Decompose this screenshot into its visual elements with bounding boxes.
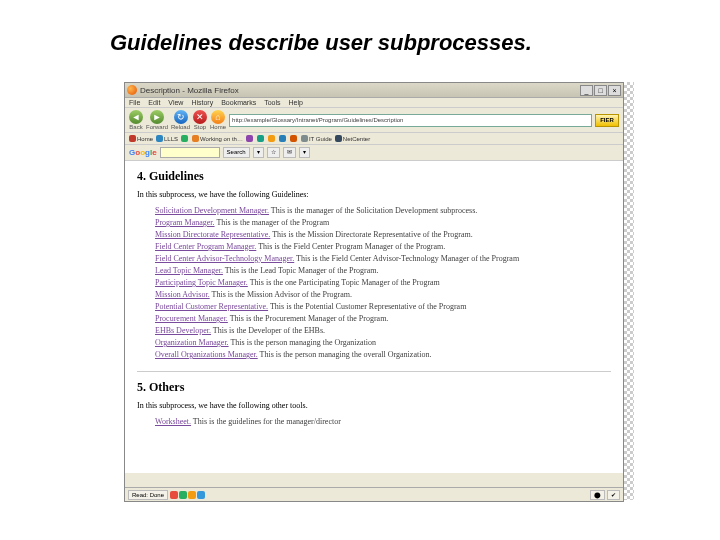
section-others-intro: In this subprocess, we have the followin… [137,401,611,410]
stop-icon: ✕ [193,110,207,124]
guideline-link[interactable]: Field Center Program Manager. [155,242,256,251]
home-button[interactable]: ⌂Home [210,110,226,130]
reload-button[interactable]: ↻Reload [171,110,190,130]
guideline-link[interactable]: Field Center Advisor-Technology Manager. [155,254,294,263]
bookmark-item[interactable]: LLLS [156,135,178,142]
guideline-link[interactable]: Mission Directorate Representative. [155,230,270,239]
guideline-link[interactable]: Overall Organizations Manager. [155,350,258,359]
bookmark-label: NetCenter [343,136,370,142]
guideline-link[interactable]: Solicitation Development Manager. [155,206,269,215]
list-item: Field Center Advisor-Technology Manager.… [155,253,611,265]
menu-history[interactable]: History [191,99,213,106]
guideline-link[interactable]: Organization Manager. [155,338,229,347]
bookmark-icon [335,135,342,142]
other-desc: This is the guidelines for the manager/d… [191,417,341,426]
bookmark-icon [181,135,188,142]
menu-edit[interactable]: Edit [148,99,160,106]
page-content: 4. Guidelines In this subprocess, we hav… [125,161,623,473]
list-item: EHBs Developer. This is the Developer of… [155,325,611,337]
back-icon: ◄ [129,110,143,124]
bookmark-item[interactable] [290,135,298,142]
guideline-desc: This is the Mission Advisor of the Progr… [210,290,352,299]
google-logo: Google [129,148,157,157]
divider [137,371,611,372]
list-item: Field Center Program Manager. This is th… [155,241,611,253]
tray-icon [170,491,178,499]
bookmark-item[interactable]: NetCenter [335,135,370,142]
back-button[interactable]: ◄Back [129,110,143,130]
bookmark-icon [279,135,286,142]
list-item: Mission Advisor. This is the Mission Adv… [155,289,611,301]
tray-icon [179,491,187,499]
bookmark-icon [290,135,297,142]
guideline-link[interactable]: Potential Customer Representative. [155,302,268,311]
statusbar: Read: Done ⬤ ✔ [125,487,623,501]
menu-view[interactable]: View [168,99,183,106]
stop-button[interactable]: ✕Stop [193,110,207,130]
google-tool-1[interactable]: ▾ [253,147,264,158]
bookmark-item[interactable] [279,135,287,142]
status-left: Read: Done [128,490,168,500]
bookmark-item[interactable] [268,135,276,142]
reload-icon: ↻ [174,110,188,124]
browser-window: Description - Mozilla Firefox _ □ × File… [124,82,624,502]
bookmark-icon [246,135,253,142]
bookmark-item[interactable] [246,135,254,142]
guideline-link[interactable]: Program Manager. [155,218,215,227]
google-search-button[interactable]: Search [223,147,250,158]
bookmark-item[interactable]: Home [129,135,153,142]
list-item: Procurement Manager. This is the Procure… [155,313,611,325]
nav-toolbar: ◄Back ►Forward ↻Reload ✕Stop ⌂Home http:… [125,108,623,133]
guideline-desc: This is the Procurement Manager of the P… [228,314,388,323]
close-button[interactable]: × [608,85,621,96]
tray-icon [188,491,196,499]
bookmark-icon [301,135,308,142]
guideline-link[interactable]: EHBs Developer. [155,326,211,335]
list-item: Worksheet. This is the guidelines for th… [155,416,611,428]
guideline-desc: This is the person managing the Organiza… [229,338,376,347]
guideline-desc: This is the manager of the Solicitation … [269,206,477,215]
forward-button[interactable]: ►Forward [146,110,168,130]
menubar: File Edit View History Bookmarks Tools H… [125,98,623,108]
go-button[interactable]: FIER [595,114,619,127]
guideline-link[interactable]: Mission Advisor. [155,290,210,299]
list-item: Program Manager. This is the manager of … [155,217,611,229]
guidelines-list: Solicitation Development Manager. This i… [137,205,611,361]
maximize-button[interactable]: □ [594,85,607,96]
guideline-desc: This is the Mission Directorate Represen… [270,230,472,239]
section-others-heading: 5. Others [137,380,611,395]
guideline-desc: This is the person managing the overall … [258,350,432,359]
firefox-icon [127,85,137,95]
transparency-checker [624,82,634,500]
bookmark-item[interactable]: IT Guide [301,135,332,142]
window-title: Description - Mozilla Firefox [140,86,580,95]
list-item: Potential Customer Representative. This … [155,301,611,313]
titlebar: Description - Mozilla Firefox _ □ × [125,83,623,98]
bookmark-icon [156,135,163,142]
google-tool-3[interactable]: ✉ [283,147,296,158]
status-cell: ⬤ [590,490,605,500]
bookmark-label: IT Guide [309,136,332,142]
menu-bookmarks[interactable]: Bookmarks [221,99,256,106]
menu-help[interactable]: Help [289,99,303,106]
bookmark-item[interactable] [181,135,189,142]
bookmark-label: LLLS [164,136,178,142]
menu-file[interactable]: File [129,99,140,106]
guideline-desc: This is the Lead Topic Manager of the Pr… [223,266,379,275]
bookmark-icon [192,135,199,142]
other-link[interactable]: Worksheet. [155,417,191,426]
google-search-input[interactable] [160,147,220,158]
guideline-link[interactable]: Participating Topic Manager. [155,278,248,287]
minimize-button[interactable]: _ [580,85,593,96]
menu-tools[interactable]: Tools [264,99,280,106]
guideline-desc: This is the manager of the Program [215,218,330,227]
status-cell: ✔ [607,490,620,500]
google-tool-4[interactable]: ▾ [299,147,310,158]
bookmark-item[interactable] [257,135,265,142]
google-tool-2[interactable]: ☆ [267,147,280,158]
bookmark-label: Home [137,136,153,142]
url-input[interactable]: http://example/Glossary/Intranet/Program… [229,114,592,127]
bookmark-item[interactable]: Working on th… [192,135,243,142]
guideline-link[interactable]: Procurement Manager. [155,314,228,323]
guideline-link[interactable]: Lead Topic Manager. [155,266,223,275]
